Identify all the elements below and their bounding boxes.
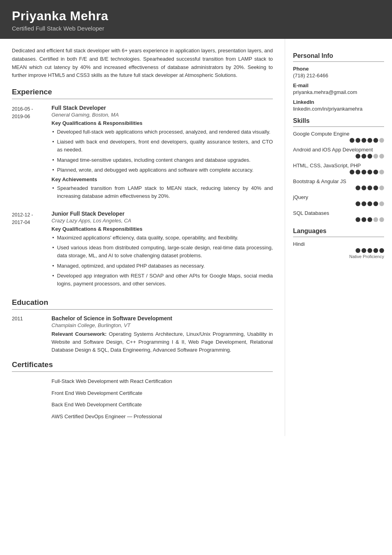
skill-dot bbox=[373, 217, 378, 222]
skill-dot bbox=[350, 170, 354, 174]
skill-dots-0 bbox=[293, 138, 384, 143]
cert-text-2: Front End Web Development Certificate bbox=[51, 389, 273, 397]
skills-divider bbox=[293, 126, 384, 127]
skill-dot bbox=[379, 217, 384, 222]
skill-dot bbox=[373, 186, 378, 190]
skill-dot bbox=[356, 138, 360, 143]
cert-text-4: AWS Certified DevOps Engineer — Professi… bbox=[51, 413, 273, 421]
lang-dot bbox=[367, 248, 372, 253]
candidate-title: Certified Full Stack Web Developer bbox=[12, 25, 380, 32]
edu-coursework-1: Relevant Coursework: Operating Systems A… bbox=[51, 330, 273, 354]
skill-name-5: SQL Databases bbox=[293, 210, 384, 216]
skill-name-4: jQuery bbox=[293, 194, 384, 200]
experience-divider bbox=[12, 99, 273, 99]
certificates-section: Certificates Full-Stack Web Development … bbox=[12, 360, 273, 420]
exp-subheading-1a: Key Qualifications & Responsibilities bbox=[51, 120, 273, 126]
cert-entry-3: Back End Web Development Certificate bbox=[12, 401, 273, 409]
languages-divider bbox=[293, 237, 384, 237]
skills-section: Skills Google Compute EngineAndroid and … bbox=[293, 117, 384, 222]
exp-bullet: Managed time-sensitive updates, includin… bbox=[51, 156, 273, 164]
edu-school-1: Champlain College, Burlington, VT bbox=[51, 322, 273, 328]
skill-dots-1 bbox=[293, 154, 384, 159]
skill-dot bbox=[367, 170, 372, 174]
header: Priyanka Mehra Certified Full Stack Web … bbox=[0, 0, 392, 39]
exp-bullet: Used various ideas from distributed comp… bbox=[51, 244, 273, 260]
skills-list: Google Compute EngineAndroid and iOS App… bbox=[293, 131, 384, 222]
lang-level-0: Native Proficiency bbox=[293, 254, 384, 259]
skill-dot bbox=[350, 138, 354, 143]
candidate-name: Priyanka Mehra bbox=[12, 9, 380, 23]
exp-bullet: Developed full-stack web applications wh… bbox=[51, 128, 273, 136]
exp-bullet: Spearheaded transition from LAMP stack t… bbox=[51, 184, 273, 200]
skill-dot bbox=[362, 186, 366, 190]
skill-dot bbox=[362, 138, 366, 143]
certificates-section-title: Certificates bbox=[12, 360, 273, 369]
languages-list: HindiNative Proficiency bbox=[293, 241, 384, 259]
lang-dot bbox=[356, 248, 360, 253]
skill-dot bbox=[362, 201, 366, 206]
lang-dot bbox=[379, 248, 384, 253]
skill-dot bbox=[373, 138, 378, 143]
exp-title-2: Junior Full Stack Developer bbox=[51, 211, 273, 217]
skill-name-1: Android and iOS App Development bbox=[293, 147, 384, 153]
education-entry-1: 2011 Bachelor of Science in Software Dev… bbox=[12, 315, 273, 354]
skill-name-2: HTML, CSS, JavaScript, PHP bbox=[293, 163, 384, 168]
cert-entry-1: Full-Stack Web Development with React Ce… bbox=[12, 377, 273, 385]
education-section: Education 2011 Bachelor of Science in So… bbox=[12, 298, 273, 354]
linkedin-value: linkedin.com/in/priyankamehra bbox=[293, 106, 384, 112]
certificates-divider bbox=[12, 371, 273, 372]
exp-date-1: 2016-05 -2019-06 bbox=[12, 105, 51, 203]
skill-dot bbox=[362, 217, 366, 222]
coursework-label: Relevant Coursework: bbox=[51, 331, 107, 337]
skill-dot bbox=[373, 154, 378, 159]
experience-section-title: Experience bbox=[12, 88, 273, 96]
skill-dots-5 bbox=[293, 217, 384, 222]
left-column: Dedicated and efficient full stack devel… bbox=[0, 39, 285, 436]
skill-name-3: Bootstrap & Angular JS bbox=[293, 178, 384, 184]
exp-subheading-1b: Key Achievements bbox=[51, 176, 273, 182]
exp-content-2: Junior Full Stack Developer Crazy Lazy A… bbox=[51, 211, 273, 290]
lang-dot bbox=[373, 248, 378, 253]
right-column: Personal Info Phone (718) 212-6466 E-mai… bbox=[285, 39, 392, 271]
skills-title: Skills bbox=[293, 117, 384, 124]
cert-entry-4: AWS Certified DevOps Engineer — Professi… bbox=[12, 413, 273, 421]
email-value: priyanka.mehra@gmail.com bbox=[293, 89, 384, 95]
exp-title-1: Full Stack Developer bbox=[51, 105, 273, 111]
languages-title: Languages bbox=[293, 228, 384, 235]
skill-dots-3 bbox=[293, 186, 384, 190]
skill-dot bbox=[379, 154, 384, 159]
lang-dot bbox=[362, 248, 366, 253]
skill-dot bbox=[379, 138, 384, 143]
skill-dot bbox=[379, 201, 384, 206]
cert-text-3: Back End Web Development Certificate bbox=[51, 401, 273, 409]
lang-name-0: Hindi bbox=[293, 241, 384, 247]
skill-dots-4 bbox=[293, 201, 384, 206]
skill-dot bbox=[367, 186, 372, 190]
exp-company-1: General Gaming, Boston, MA bbox=[51, 112, 273, 118]
exp-date-2: 2012-12 -2017-04 bbox=[12, 211, 51, 290]
skill-dot bbox=[367, 154, 372, 159]
exp-bullet: Developed app integration with REST / SO… bbox=[51, 272, 273, 288]
skill-dot bbox=[373, 170, 378, 174]
cert-entry-2: Front End Web Development Certificate bbox=[12, 389, 273, 397]
experience-entry-1: 2016-05 -2019-06 Full Stack Developer Ge… bbox=[12, 105, 273, 203]
skill-dot bbox=[379, 186, 384, 190]
edu-year-1: 2011 bbox=[12, 315, 51, 354]
skill-dot bbox=[356, 154, 360, 159]
summary-text: Dedicated and efficient full stack devel… bbox=[12, 47, 273, 80]
linkedin-label: LinkedIn bbox=[293, 99, 384, 105]
exp-bullet: Liaised with back end developers, front … bbox=[51, 138, 273, 154]
cert-text-1: Full-Stack Web Development with React Ce… bbox=[51, 377, 273, 385]
skill-dot bbox=[367, 217, 372, 222]
exp-company-2: Crazy Lazy Apps, Los Angeles, CA bbox=[51, 218, 273, 224]
main-layout: Dedicated and efficient full stack devel… bbox=[0, 39, 392, 436]
edu-title-1: Bachelor of Science in Software Developm… bbox=[51, 315, 273, 322]
education-section-title: Education bbox=[12, 298, 273, 307]
languages-section: Languages HindiNative Proficiency bbox=[293, 228, 384, 259]
exp-content-1: Full Stack Developer General Gaming, Bos… bbox=[51, 105, 273, 203]
education-divider bbox=[12, 309, 273, 310]
exp-bullets-2a: Maximized applications' efficiency, data… bbox=[51, 234, 273, 288]
skill-dot bbox=[367, 138, 372, 143]
skill-dot bbox=[373, 201, 378, 206]
exp-bullets-1a: Developed full-stack web applications wh… bbox=[51, 128, 273, 174]
